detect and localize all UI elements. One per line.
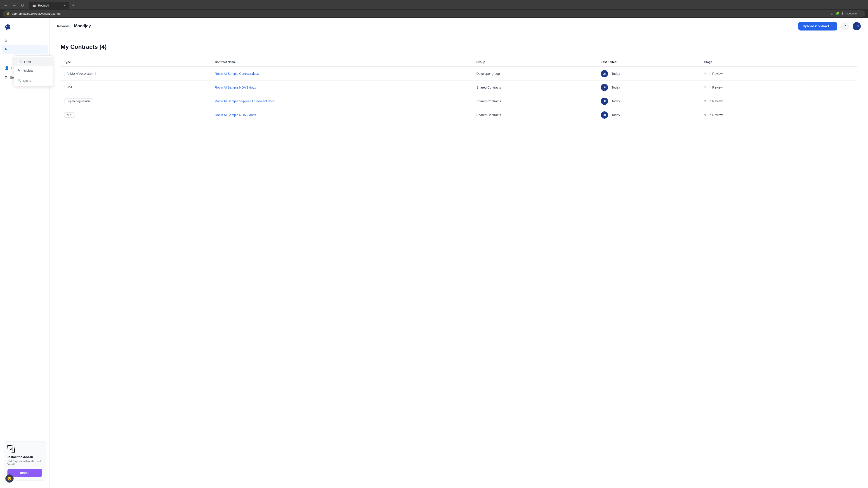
addin-title: Install the Add-in [7, 455, 42, 459]
cell-actions-1: ⋮ [801, 80, 857, 94]
sidebar-item-home[interactable]: ⌂ [2, 36, 48, 45]
cell-group-0: Developer group [473, 67, 597, 80]
sidebar: ⌂ ✎ ⊞ 👤 Users ⚙ Settings 🇼 Install the A… [0, 18, 50, 488]
cell-actions-0: ⋮ [801, 67, 857, 80]
forward-button[interactable]: → [10, 2, 18, 9]
col-actions [801, 58, 857, 67]
last-edited-date-2: Today [612, 99, 620, 103]
table-row: Supplier Agreement Robin AI Sample Suppl… [61, 94, 857, 108]
stage-pencil-icon-3: ✎ [704, 113, 707, 117]
reload-button[interactable]: ↻ [19, 2, 26, 9]
cell-stage-0: ✎ In Review [701, 67, 801, 80]
col-last-edited[interactable]: Last Edited ↑ [597, 58, 701, 67]
stage-label-2: In Review [709, 99, 722, 103]
logo-icon [4, 24, 12, 32]
more-actions-button-3[interactable]: ⋮ [804, 112, 811, 118]
topbar-right: Upload Contract ↑ ? LD [798, 22, 861, 31]
floating-help-button[interactable]: 😊 [5, 475, 13, 483]
cell-actions-3: ⋮ [801, 108, 857, 122]
contracts-table: Type Contract Name Group Last Edited ↑ S… [61, 58, 857, 122]
cell-type-2: Supplier Agreement [61, 94, 211, 108]
more-actions-button-0[interactable]: ⋮ [804, 70, 811, 77]
cell-type-3: NDA [61, 108, 211, 122]
dropdown-divider [14, 76, 53, 76]
app: ⌂ ✎ ⊞ 👤 Users ⚙ Settings 🇼 Install the A… [0, 18, 868, 488]
cell-stage-3: ✎ In Review [701, 108, 801, 122]
cell-contract-name-0: Robin AI Sample Contract.docx [211, 67, 473, 80]
col-type: Type [61, 58, 211, 67]
table-header-row: Type Contract Name Group Last Edited ↑ S… [61, 58, 857, 67]
table-row: NDA Robin AI Sample NDA 1.docx Shared Co… [61, 80, 857, 94]
contract-link-2[interactable]: Robin AI Sample Supplier Agreement.docx [215, 99, 275, 103]
active-tab[interactable]: 🤖 Robin AI ✕ [29, 2, 69, 9]
stage-label-0: In Review [709, 72, 722, 75]
dropdown-search[interactable]: 🔍 [14, 77, 53, 84]
upload-icon: ↑ [831, 24, 833, 28]
col-group: Group [473, 58, 597, 67]
page-title: My Contracts (4) [61, 43, 857, 51]
topbar: Review Moodjoy Upload Contract ↑ ? LD [50, 18, 868, 34]
cell-last-edited-0: LD Today [597, 67, 701, 80]
topbar-review-label: Review [57, 24, 69, 28]
sidebar-item-review[interactable]: ✎ [2, 45, 48, 54]
dropdown-item-review[interactable]: ✎ Review [14, 66, 53, 75]
dropdown-menu: 📄 Draft ✎ Review 🔍 [13, 55, 53, 86]
cell-group-2: Shared Contracts [473, 94, 597, 108]
contract-link-1[interactable]: Robin AI Sample NDA 1.docx [215, 86, 256, 89]
url-input[interactable] [12, 12, 829, 15]
more-actions-button-2[interactable]: ⋮ [804, 98, 811, 104]
table-row: Articles of Association Robin AI Sample … [61, 67, 857, 80]
stage-pencil-icon-0: ✎ [704, 72, 707, 75]
menu-icon[interactable]: ⋮ [859, 12, 862, 15]
cell-last-edited-3: LD Today [597, 108, 701, 122]
address-bar[interactable]: 🔒 ☆ 🧩 ⬇ Incognito ⋮ [3, 10, 865, 17]
more-actions-button-1[interactable]: ⋮ [804, 84, 811, 91]
row-avatar-3: LD [601, 111, 608, 119]
back-button[interactable]: ← [2, 2, 9, 9]
user-avatar[interactable]: LD [852, 22, 861, 30]
cell-last-edited-2: LD Today [597, 94, 701, 108]
extension-icon[interactable]: 🧩 [835, 12, 839, 15]
upload-contract-button[interactable]: Upload Contract ↑ [798, 22, 837, 31]
cell-type-0: Articles of Association [61, 67, 211, 80]
help-icon: ? [844, 24, 846, 28]
cell-stage-2: ✎ In Review [701, 94, 801, 108]
row-avatar-1: LD [601, 84, 608, 91]
last-edited-date-0: Today [612, 72, 620, 75]
stage-pencil-icon-2: ✎ [704, 99, 707, 103]
users-icon: 👤 [4, 66, 9, 70]
draft-label: Draft [24, 60, 31, 64]
contract-link-3[interactable]: Robin AI Sample NDA 2.docx [215, 113, 256, 117]
settings-icon: ⚙ [4, 75, 8, 79]
tab-title: Robin AI [38, 4, 49, 7]
tab-bar: ← → ↻ 🤖 Robin AI ✕ + [0, 0, 868, 9]
col-contract-name: Contract Name [211, 58, 473, 67]
cell-stage-1: ✎ In Review [701, 80, 801, 94]
stage-label-3: In Review [709, 113, 722, 117]
main-content: Review Moodjoy Upload Contract ↑ ? LD My… [50, 18, 868, 488]
contract-link-0[interactable]: Robin AI Sample Contract.docx [215, 72, 259, 75]
query-input[interactable] [23, 79, 61, 83]
row-avatar-0: LD [601, 70, 608, 77]
content-area: My Contracts (4) Type Contract Name Grou… [50, 34, 868, 488]
type-badge-2: Supplier Agreement [64, 98, 93, 104]
grid-icon: ⊞ [4, 57, 7, 61]
new-tab-button[interactable]: + [70, 2, 76, 9]
dropdown-item-draft[interactable]: 📄 Draft [14, 57, 53, 66]
type-badge-0: Articles of Association [64, 71, 96, 76]
draft-doc-icon: 📄 [18, 60, 22, 64]
bookmark-icon[interactable]: ☆ [831, 12, 834, 15]
download-icon[interactable]: ⬇ [841, 12, 844, 15]
last-edited-date-1: Today [612, 86, 620, 89]
tab-close-button[interactable]: ✕ [64, 4, 66, 7]
search-icon: 🔍 [18, 79, 21, 83]
install-addin-button[interactable]: Install [7, 469, 42, 477]
review-label: Review [23, 69, 33, 72]
sidebar-logo [0, 22, 50, 36]
stage-label-1: In Review [709, 86, 722, 89]
cell-last-edited-1: LD Today [597, 80, 701, 94]
help-button[interactable]: ? [841, 22, 849, 30]
table-body: Articles of Association Robin AI Sample … [61, 67, 857, 122]
cell-type-1: NDA [61, 80, 211, 94]
cell-group-3: Shared Contracts [473, 108, 597, 122]
